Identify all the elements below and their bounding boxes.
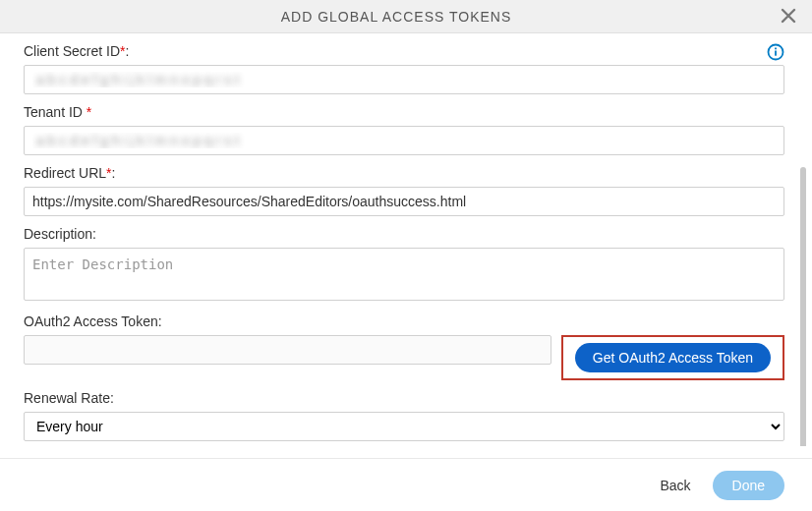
field-tenant-id: Tenant ID * <box>24 104 784 155</box>
scrollbar[interactable] <box>800 167 806 446</box>
oauth-token-input[interactable] <box>24 335 551 365</box>
redirect-url-label: Redirect URL*: <box>24 165 784 181</box>
dialog-body: Client Secret ID*: Tenant ID * Redirect … <box>0 33 812 446</box>
field-client-secret: Client Secret ID*: <box>24 43 784 94</box>
get-oauth-token-button[interactable]: Get OAuth2 Access Token <box>575 343 771 372</box>
svg-rect-2 <box>775 48 777 50</box>
description-label: Description: <box>24 226 784 242</box>
tenant-id-input[interactable] <box>24 126 784 155</box>
description-input[interactable] <box>24 248 784 301</box>
field-oauth-token: OAuth2 Access Token: Get OAuth2 Access T… <box>24 313 784 380</box>
field-description: Description: <box>24 226 784 304</box>
client-secret-label: Client Secret ID*: <box>24 43 784 59</box>
back-button[interactable]: Back <box>654 477 696 494</box>
renewal-rate-select[interactable]: Every hour <box>24 412 784 441</box>
svg-rect-1 <box>775 51 777 56</box>
info-icon[interactable] <box>767 43 784 64</box>
dialog-footer: Back Done <box>0 458 812 511</box>
get-token-highlight: Get OAuth2 Access Token <box>561 335 784 380</box>
field-renewal-rate: Renewal Rate: Every hour <box>24 390 784 441</box>
dialog-header: ADD GLOBAL ACCESS TOKENS <box>0 0 812 33</box>
client-secret-input[interactable] <box>24 65 784 94</box>
field-redirect-url: Redirect URL*: <box>24 165 784 216</box>
done-button[interactable]: Done <box>713 471 784 500</box>
oauth-token-label: OAuth2 Access Token: <box>24 313 784 329</box>
close-icon[interactable] <box>779 5 798 28</box>
tenant-id-label: Tenant ID * <box>24 104 784 120</box>
redirect-url-input[interactable] <box>24 187 784 216</box>
dialog-title: ADD GLOBAL ACCESS TOKENS <box>14 9 779 25</box>
renewal-rate-label: Renewal Rate: <box>24 390 784 406</box>
